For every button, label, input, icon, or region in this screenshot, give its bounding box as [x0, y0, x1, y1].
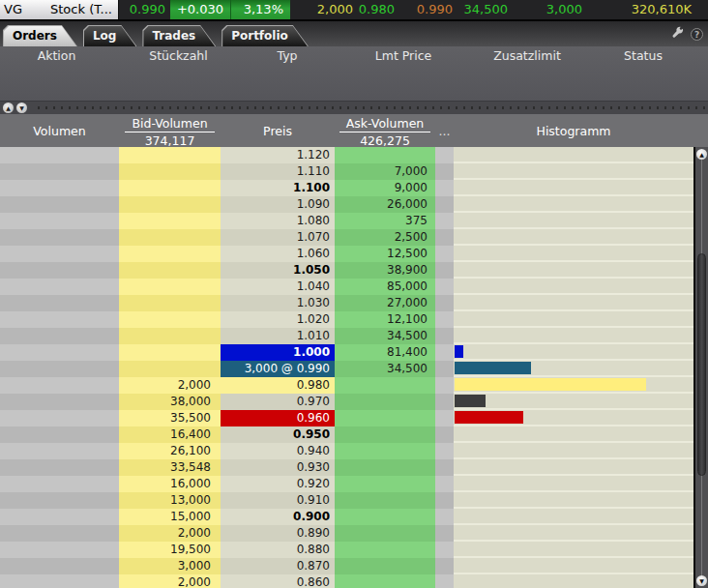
ask-volume-cell[interactable] — [335, 443, 435, 459]
scroll-up-icon[interactable]: ▲ — [696, 149, 707, 160]
ladder-col-more[interactable]: ... — [435, 114, 454, 147]
bid-volume-cell[interactable]: 3,000 — [119, 558, 221, 574]
ask-volume-cell[interactable]: 12,500 — [335, 246, 435, 262]
scroll-down-icon[interactable]: ▼ — [696, 575, 707, 586]
ask-volume-cell[interactable] — [335, 525, 435, 542]
ask-volume-cell[interactable] — [335, 394, 435, 410]
bid-volume-cell[interactable]: 35,500 — [119, 410, 221, 426]
ask-volume-cell[interactable] — [335, 426, 435, 443]
bid-volume-cell[interactable]: 2,000 — [119, 574, 221, 588]
bid-volume-cell[interactable] — [119, 311, 221, 328]
bid-volume-cell[interactable] — [119, 147, 221, 163]
ask-volume-cell[interactable] — [335, 459, 435, 476]
symbol-cell[interactable]: VG Stock (T... — [0, 0, 119, 19]
orders-col-stueckzahl[interactable]: Stückzahl — [113, 46, 244, 66]
price-cell[interactable]: 1.080 — [221, 213, 335, 229]
bid-volume-cell[interactable] — [119, 246, 221, 262]
ask-volume-cell[interactable]: 81,400 — [335, 344, 435, 361]
help-icon[interactable]: ? — [691, 28, 703, 41]
price-cell[interactable]: 0.900 — [221, 509, 335, 525]
ask-volume-cell[interactable]: 7,000 — [335, 163, 435, 180]
bid-volume-cell[interactable] — [119, 213, 221, 229]
price-cell[interactable]: 0.880 — [221, 542, 335, 558]
ask-volume-cell[interactable]: 38,900 — [335, 262, 435, 279]
orders-col-aktion[interactable]: Aktion — [0, 46, 113, 66]
price-cell[interactable]: 1.050 — [221, 262, 335, 279]
bid-volume-cell[interactable] — [119, 196, 221, 213]
price-cell[interactable]: 1.100 — [221, 180, 335, 196]
price-cell[interactable]: 0.910 — [221, 492, 335, 509]
price-cell[interactable]: 1.030 — [221, 295, 335, 311]
price-cell[interactable]: 0.930 — [221, 459, 335, 476]
bid-volume-cell[interactable]: 2,000 — [119, 525, 221, 542]
bid-volume-cell[interactable]: 26,100 — [119, 443, 221, 459]
ask-volume-cell[interactable] — [335, 574, 435, 588]
ask-volume-cell[interactable]: 85,000 — [335, 279, 435, 295]
bid-volume-cell[interactable]: 16,400 — [119, 426, 221, 443]
collapse-up-icon[interactable]: ▲ — [3, 103, 14, 113]
ask-volume-cell[interactable]: 26,000 — [335, 196, 435, 213]
ask-volume-cell[interactable] — [335, 147, 435, 163]
tab-portfolio[interactable]: Portfolio — [221, 25, 309, 46]
bid-volume-cell[interactable]: 38,000 — [119, 394, 221, 410]
price-cell[interactable]: 0.920 — [221, 476, 335, 492]
orders-col-zusatzlimit[interactable]: Zusatzlimit — [476, 46, 578, 66]
tab-trades[interactable]: Trades — [142, 25, 216, 46]
tab-log[interactable]: Log — [83, 25, 136, 46]
scrollbar-thumb[interactable] — [697, 253, 706, 476]
bid-volume-cell[interactable] — [119, 344, 221, 361]
price-cell[interactable]: 1.010 — [221, 328, 335, 344]
panel-splitter[interactable]: ▲ ▼ — [0, 101, 708, 114]
bid-volume-cell[interactable] — [119, 295, 221, 311]
ask-volume-cell[interactable]: 34,500 — [335, 361, 435, 377]
collapse-down-icon[interactable]: ▼ — [16, 103, 27, 113]
price-cell[interactable]: 0.890 — [221, 525, 335, 542]
ask-volume-cell[interactable] — [335, 492, 435, 509]
orders-col-status[interactable]: Status — [578, 46, 708, 66]
price-cell[interactable]: 1.070 — [221, 229, 335, 246]
tab-orders[interactable]: Orders — [3, 25, 77, 46]
splitter-grip[interactable] — [35, 106, 708, 109]
price-cell[interactable]: 1.120 — [221, 147, 335, 163]
ask-volume-cell[interactable]: 9,000 — [335, 180, 435, 196]
bid-volume-cell[interactable]: 16,000 — [119, 476, 221, 492]
price-cell[interactable]: 0.860 — [221, 574, 335, 588]
bid-volume-cell[interactable] — [119, 279, 221, 295]
orders-col-typ[interactable]: Typ — [244, 46, 331, 66]
price-cell[interactable]: 0.970 — [221, 394, 335, 410]
price-cell[interactable]: 3,000 @ 0.990 — [221, 361, 335, 377]
ask-volume-cell[interactable]: 2,500 — [335, 229, 435, 246]
ask-volume-cell[interactable] — [335, 542, 435, 558]
ask-volume-cell[interactable]: 12,100 — [335, 311, 435, 328]
ask-volume-cell[interactable] — [335, 558, 435, 574]
bid-volume-cell[interactable]: 33,548 — [119, 459, 221, 476]
ask-volume-cell[interactable] — [335, 377, 435, 394]
ask-volume-cell[interactable]: 34,500 — [335, 328, 435, 344]
bid-volume-cell[interactable]: 19,500 — [119, 542, 221, 558]
bid-volume-cell[interactable] — [119, 163, 221, 180]
price-cell[interactable]: 1.000 — [221, 344, 335, 361]
ask-volume-cell[interactable]: 375 — [335, 213, 435, 229]
bid-volume-cell[interactable] — [119, 361, 221, 377]
bid-volume-cell[interactable] — [119, 229, 221, 246]
price-cell[interactable]: 0.940 — [221, 443, 335, 459]
price-cell[interactable]: 0.980 — [221, 377, 335, 394]
vertical-scrollbar[interactable]: ▲ ▼ — [693, 147, 708, 588]
price-cell[interactable]: 1.020 — [221, 311, 335, 328]
ask-volume-cell[interactable] — [335, 476, 435, 492]
price-cell[interactable]: 0.950 — [221, 426, 335, 443]
bid-volume-cell[interactable]: 13,000 — [119, 492, 221, 509]
price-cell[interactable]: 1.110 — [221, 163, 335, 180]
bid-volume-cell[interactable] — [119, 262, 221, 279]
ask-volume-cell[interactable]: 27,000 — [335, 295, 435, 311]
ask-volume-cell[interactable] — [335, 509, 435, 525]
bid-volume-cell[interactable] — [119, 328, 221, 344]
price-cell[interactable]: 1.040 — [221, 279, 335, 295]
bid-volume-cell[interactable]: 2,000 — [119, 377, 221, 394]
price-cell[interactable]: 1.090 — [221, 196, 335, 213]
orders-col-lmt-price[interactable]: Lmt Price — [331, 46, 476, 66]
bid-volume-cell[interactable]: 15,000 — [119, 509, 221, 525]
wrench-icon[interactable] — [671, 25, 685, 44]
bid-volume-cell[interactable] — [119, 180, 221, 196]
ask-volume-cell[interactable] — [335, 410, 435, 426]
